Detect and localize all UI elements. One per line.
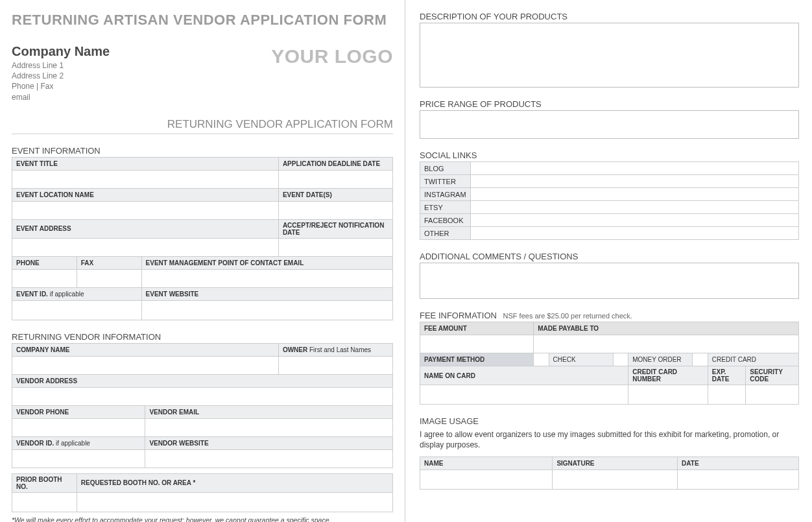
event-website-input[interactable]	[141, 300, 392, 320]
company-name-input[interactable]	[12, 356, 279, 374]
booth-footnote: *We will make every effort to accommodat…	[12, 516, 393, 522]
vendor-email-input[interactable]	[145, 418, 393, 436]
vendor-id-hint: if applicable	[54, 440, 90, 447]
social-twitter-label: TWITTER	[420, 175, 471, 188]
company-email: email	[12, 92, 110, 102]
left-column: RETURNING ARTISAN VENDOR APPLICATION FOR…	[0, 0, 405, 522]
prior-booth-header: PRIOR BOOTH NO.	[12, 473, 77, 492]
phone-input[interactable]	[12, 269, 77, 287]
made-payable-header: MADE PAYABLE TO	[534, 322, 799, 335]
event-id-label: EVENT ID.	[16, 291, 48, 298]
social-instagram-label: INSTAGRAM	[420, 188, 471, 201]
fax-input[interactable]	[77, 269, 141, 287]
owner-input[interactable]	[278, 356, 392, 374]
event-address-header: EVENT ADDRESS	[12, 219, 279, 238]
owner-hint: First and Last Names	[307, 346, 371, 353]
iu-name-input[interactable]	[420, 470, 553, 490]
money-order-checkbox[interactable]	[613, 353, 628, 366]
company-name: Company Name	[12, 43, 110, 60]
notify-date-header: ACCEPT/REJECT NOTIFICATION DATE	[278, 219, 392, 238]
vendor-website-input[interactable]	[145, 449, 393, 468]
name-on-card-input[interactable]	[420, 385, 628, 405]
security-code-header: SECURITY CODE	[746, 366, 799, 385]
fee-info-hint: NSF fees are $25.00 per returned check.	[503, 312, 632, 320]
vendor-address-input[interactable]	[12, 387, 393, 405]
booth-table: PRIOR BOOTH NO. REQUESTED BOOTH NO. OR A…	[12, 473, 393, 512]
vendor-info-label: RETURNING VENDOR INFORMATION	[12, 332, 393, 342]
event-id-hint: if applicable	[48, 291, 84, 298]
phone-header: PHONE	[12, 256, 77, 269]
event-location-header: EVENT LOCATION NAME	[12, 188, 279, 201]
vendor-phone-header: VENDOR PHONE	[12, 405, 145, 418]
company-phone-fax: Phone | Fax	[12, 81, 110, 91]
fax-header: FAX	[77, 256, 141, 269]
company-addr1: Address Line 1	[12, 60, 110, 71]
vendor-info-table: COMPANY NAME OWNER First and Last Names …	[12, 343, 393, 468]
event-title-input[interactable]	[12, 170, 279, 188]
social-etsy-input[interactable]	[470, 201, 798, 214]
check-label: CHECK	[549, 353, 613, 366]
social-other-label: OTHER	[420, 227, 471, 240]
company-addr2: Address Line 2	[12, 71, 110, 81]
iu-name-header: NAME	[420, 457, 553, 470]
money-order-label: MONEY ORDER	[628, 353, 693, 366]
logo-placeholder: YOUR LOGO	[271, 43, 393, 67]
main-title: RETURNING ARTISAN VENDOR APPLICATION FOR…	[12, 12, 393, 29]
owner-label: OWNER	[283, 346, 307, 353]
cc-number-input[interactable]	[628, 385, 708, 405]
application-deadline-input[interactable]	[278, 170, 392, 188]
application-deadline-header: APPLICATION DEADLINE DATE	[278, 157, 392, 170]
event-dates-header: EVENT DATE(S)	[278, 188, 392, 201]
social-blog-input[interactable]	[470, 162, 798, 175]
image-usage-label: IMAGE USAGE	[420, 416, 799, 426]
right-column: DESCRIPTION OF YOUR PRODUCTS PRICE RANGE…	[405, 0, 811, 522]
poc-email-input[interactable]	[141, 269, 392, 287]
social-links-table: BLOG TWITTER INSTAGRAM ETSY FACEBOOK OTH…	[420, 161, 799, 240]
requested-booth-input[interactable]	[77, 492, 392, 512]
iu-signature-input[interactable]	[553, 470, 678, 490]
iu-date-input[interactable]	[678, 470, 799, 490]
iu-signature-header: SIGNATURE	[553, 457, 678, 470]
cc-number-header: CREDIT CARD NUMBER	[628, 366, 708, 385]
made-payable-input[interactable]	[534, 335, 799, 353]
event-id-header: EVENT ID. if applicable	[12, 287, 142, 300]
payment-method-header: PAYMENT METHOD	[420, 353, 534, 366]
social-other-input[interactable]	[470, 227, 798, 240]
poc-email-header: EVENT MANAGEMENT POINT OF CONTACT EMAIL	[141, 256, 392, 269]
name-on-card-header: NAME ON CARD	[420, 366, 628, 385]
company-block: Company Name Address Line 1 Address Line…	[12, 43, 110, 102]
social-instagram-input[interactable]	[470, 188, 798, 201]
fee-info-text: FEE INFORMATION	[420, 311, 497, 320]
fee-table: FEE AMOUNT MADE PAYABLE TO PAYMENT METHO…	[420, 322, 799, 405]
check-checkbox[interactable]	[534, 353, 549, 366]
fee-amount-input[interactable]	[420, 335, 534, 353]
owner-header: OWNER First and Last Names	[278, 343, 392, 356]
fee-info-label: FEE INFORMATION NSF fees are $25.00 per …	[420, 311, 799, 320]
fee-amount-header: FEE AMOUNT	[420, 322, 534, 335]
header-row: Company Name Address Line 1 Address Line…	[12, 43, 393, 102]
event-address-input[interactable]	[12, 238, 279, 256]
event-location-input[interactable]	[12, 201, 279, 219]
additional-comments-input[interactable]	[420, 263, 799, 299]
vendor-id-label: VENDOR ID.	[16, 440, 54, 447]
price-range-input[interactable]	[420, 110, 799, 139]
additional-comments-label: ADDITIONAL COMMENTS / QUESTIONS	[420, 252, 799, 261]
event-dates-input[interactable]	[278, 201, 392, 219]
prior-booth-input[interactable]	[12, 492, 77, 512]
event-id-input[interactable]	[12, 300, 142, 320]
vendor-id-input[interactable]	[12, 449, 145, 468]
exp-date-input[interactable]	[708, 385, 745, 405]
social-facebook-input[interactable]	[470, 214, 798, 227]
vendor-website-header: VENDOR WEBSITE	[145, 436, 393, 449]
description-input[interactable]	[420, 23, 799, 88]
subtitle: RETURNING VENDOR APPLICATION FORM	[12, 118, 393, 134]
social-facebook-label: FACEBOOK	[420, 214, 471, 227]
vendor-phone-input[interactable]	[12, 418, 145, 436]
social-twitter-input[interactable]	[470, 175, 798, 188]
social-links-label: SOCIAL LINKS	[420, 150, 799, 160]
security-code-input[interactable]	[746, 385, 799, 405]
vendor-address-header: VENDOR ADDRESS	[12, 374, 393, 387]
credit-card-checkbox[interactable]	[693, 353, 708, 366]
notify-date-input[interactable]	[278, 238, 392, 256]
event-website-header: EVENT WEBSITE	[141, 287, 392, 300]
